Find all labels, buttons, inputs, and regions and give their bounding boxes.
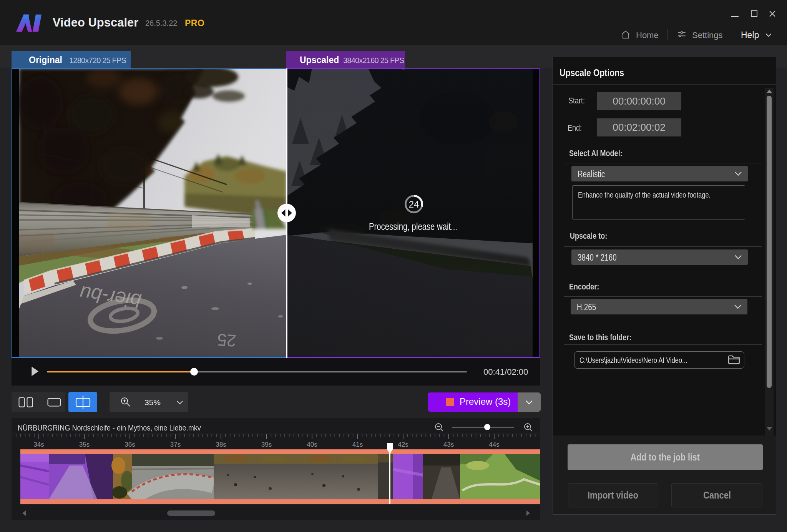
svg-text:43s: 43s <box>443 441 454 448</box>
svg-text:24: 24 <box>409 199 419 209</box>
svg-text:38s: 38s <box>216 441 226 448</box>
svg-text:41s: 41s <box>352 441 363 448</box>
svg-text:44s: 44s <box>489 441 499 448</box>
svg-text:34s: 34s <box>33 441 44 448</box>
svg-text:25: 25 <box>217 330 237 350</box>
svg-text:37s: 37s <box>170 441 181 448</box>
svg-text:39s: 39s <box>261 441 272 448</box>
svg-text:42s: 42s <box>398 441 408 448</box>
svg-text:35s: 35s <box>79 441 90 448</box>
svg-text:40s: 40s <box>307 441 317 448</box>
svg-text:Processing, please wait...: Processing, please wait... <box>369 221 457 232</box>
svg-text:36s: 36s <box>125 441 135 448</box>
